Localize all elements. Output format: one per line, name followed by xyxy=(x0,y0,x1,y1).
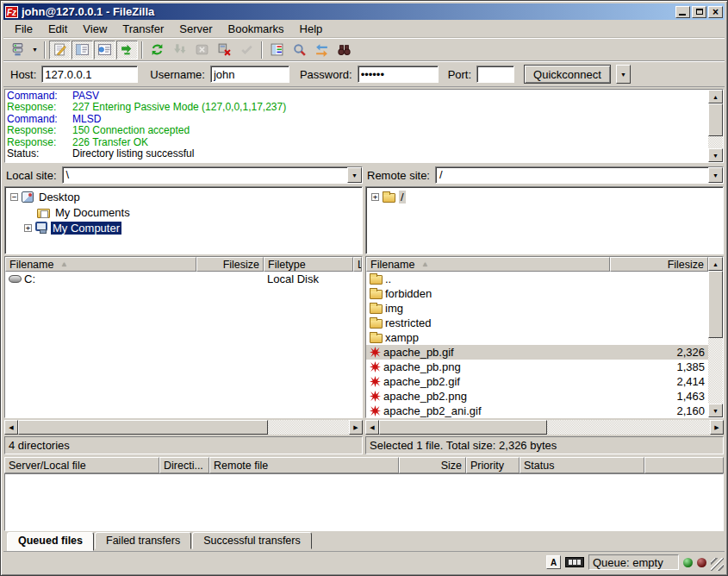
local-file-row[interactable]: C: Local Disk xyxy=(5,272,362,286)
scroll-up-icon[interactable]: ▲ xyxy=(708,90,723,103)
tree-item-my-computer[interactable]: + My Computer xyxy=(5,220,362,235)
remote-file-row[interactable]: .. xyxy=(366,272,708,286)
host-input[interactable] xyxy=(41,66,138,83)
close-button[interactable]: × xyxy=(708,6,723,18)
toggle-message-log-button[interactable] xyxy=(49,41,71,59)
remote-file-row[interactable]: img xyxy=(366,301,708,316)
remote-file-row[interactable]: apache_pb.png 1,385 xyxy=(366,360,708,374)
cancel-operation-button[interactable] xyxy=(191,41,213,59)
menu-bookmarks[interactable]: Bookmarks xyxy=(221,21,292,37)
transfer-type-indicator-icon[interactable]: A xyxy=(546,555,561,569)
title-bar[interactable]: Fz john@127.0.0.1 - FileZilla × xyxy=(3,3,725,20)
scroll-down-icon[interactable]: ▼ xyxy=(708,404,723,417)
status-bar: A Queue: empty xyxy=(3,552,725,573)
folder-icon xyxy=(370,275,383,285)
image-file-icon xyxy=(370,376,381,387)
green-led-indicator-icon xyxy=(683,558,693,567)
remote-file-row[interactable]: forbidden xyxy=(366,286,708,301)
abort-button[interactable] xyxy=(236,41,258,59)
scroll-right-icon[interactable]: ▶ xyxy=(710,420,724,435)
scroll-right-icon[interactable]: ▶ xyxy=(349,420,363,435)
toggle-transfer-queue-button[interactable] xyxy=(116,41,138,59)
remote-vertical-scrollbar[interactable]: ▲ ▼ xyxy=(708,257,723,417)
disconnect-button[interactable] xyxy=(214,41,235,59)
site-manager-dropdown-button[interactable]: ▼ xyxy=(29,41,40,59)
column-header-size[interactable]: Size xyxy=(399,457,466,473)
log-vertical-scrollbar[interactable]: ▲ ▼ xyxy=(708,90,723,162)
refresh-button[interactable] xyxy=(146,41,168,59)
scroll-left-icon[interactable]: ◀ xyxy=(365,420,379,435)
minimize-button[interactable] xyxy=(675,6,690,18)
find-files-button[interactable] xyxy=(333,41,355,59)
resize-grip[interactable] xyxy=(711,558,724,571)
column-header-filesize[interactable]: Filesize xyxy=(610,257,708,272)
collapse-icon[interactable]: − xyxy=(10,193,18,201)
column-header-filename[interactable]: Filename▲ xyxy=(366,257,610,272)
column-header-direction[interactable]: Directi... xyxy=(159,457,209,473)
menu-file[interactable]: File xyxy=(7,21,40,37)
menu-server[interactable]: Server xyxy=(171,21,220,37)
scrollbar-thumb[interactable] xyxy=(708,271,723,338)
remote-file-row-selected[interactable]: apache_pb.gif 2,326 xyxy=(366,345,708,360)
column-header-priority[interactable]: Priority xyxy=(466,457,520,473)
scrollbar-thumb[interactable] xyxy=(708,103,723,136)
column-header-filename[interactable]: Filename▲ xyxy=(5,257,196,272)
process-queue-button[interactable] xyxy=(169,41,190,59)
tree-item-root[interactable]: + / xyxy=(366,189,723,204)
filezilla-app-icon[interactable]: Fz xyxy=(5,6,18,18)
log-line-text: PASV xyxy=(72,91,99,102)
synchronized-browsing-button[interactable] xyxy=(311,41,333,59)
scroll-left-icon[interactable]: ◀ xyxy=(4,420,18,435)
expand-icon[interactable]: + xyxy=(371,193,379,201)
directory-listing-filter-button[interactable] xyxy=(266,41,288,59)
scrollbar-thumb[interactable] xyxy=(18,420,268,435)
chevron-down-icon[interactable]: ▼ xyxy=(708,167,723,183)
remote-site-combo[interactable]: / ▼ xyxy=(435,166,724,184)
menu-help[interactable]: Help xyxy=(292,21,331,37)
local-site-combo[interactable]: \ ▼ xyxy=(62,166,363,184)
scrollbar-thumb[interactable] xyxy=(379,420,547,435)
site-manager-button[interactable] xyxy=(7,41,28,59)
column-header-server-local-file[interactable]: Server/Local file xyxy=(4,457,159,473)
tab-failed-transfers[interactable]: Failed transfers xyxy=(95,532,191,549)
message-log: Command:PASV Response:227 Entering Passi… xyxy=(4,89,724,163)
tree-item-my-documents[interactable]: My Documents xyxy=(5,204,362,220)
file-search-button[interactable] xyxy=(289,41,310,59)
menu-edit[interactable]: Edit xyxy=(40,21,75,37)
toggle-local-tree-button[interactable] xyxy=(72,41,93,59)
column-header-status[interactable]: Status xyxy=(520,457,644,473)
remote-file-row[interactable]: xampp xyxy=(366,330,708,345)
port-input[interactable] xyxy=(476,66,514,83)
remote-file-row[interactable]: restricted xyxy=(366,316,708,330)
toggle-remote-tree-button[interactable] xyxy=(94,41,115,59)
password-input[interactable] xyxy=(358,66,439,83)
folder-icon xyxy=(370,304,383,314)
remote-file-row[interactable]: apache_pb2_ani.gif 2,160 xyxy=(366,404,708,417)
scroll-down-icon[interactable]: ▼ xyxy=(708,148,723,162)
tree-item-desktop[interactable]: − Desktop xyxy=(5,189,362,204)
speed-limit-icon[interactable] xyxy=(565,557,584,567)
maximize-button[interactable] xyxy=(692,6,706,18)
menu-transfer[interactable]: Transfer xyxy=(115,21,171,37)
local-horizontal-scrollbar[interactable]: ◀ ▶ xyxy=(4,420,363,435)
tab-successful-transfers[interactable]: Successful transfers xyxy=(192,532,312,549)
image-file-icon xyxy=(370,405,381,416)
message-log-body: Command:PASV Response:227 Entering Passi… xyxy=(5,90,708,162)
column-header-filetype[interactable]: Filetype xyxy=(264,257,353,272)
transfer-queue-panel: Server/Local file Directi... Remote file… xyxy=(4,457,724,531)
quickconnect-bar: Host: Username: Password: Port: Quickcon… xyxy=(3,61,725,87)
menu-view[interactable]: View xyxy=(75,21,115,37)
scroll-up-icon[interactable]: ▲ xyxy=(708,257,723,271)
expand-icon[interactable]: + xyxy=(24,224,32,232)
column-header-last-modified[interactable]: L xyxy=(353,257,362,272)
chevron-down-icon[interactable]: ▼ xyxy=(347,167,362,183)
quickconnect-dropdown-button[interactable]: ▼ xyxy=(616,65,631,84)
remote-horizontal-scrollbar[interactable]: ◀ ▶ xyxy=(365,420,724,435)
remote-file-row[interactable]: apache_pb2.gif 2,414 xyxy=(366,374,708,389)
column-header-filesize[interactable]: Filesize xyxy=(196,257,264,272)
quickconnect-button[interactable]: Quickconnect xyxy=(524,65,611,84)
username-input[interactable] xyxy=(210,66,289,83)
column-header-remote-file[interactable]: Remote file xyxy=(209,457,399,473)
tab-queued-files[interactable]: Queued files xyxy=(7,532,94,551)
remote-file-row[interactable]: apache_pb2.png 1,463 xyxy=(366,389,708,404)
